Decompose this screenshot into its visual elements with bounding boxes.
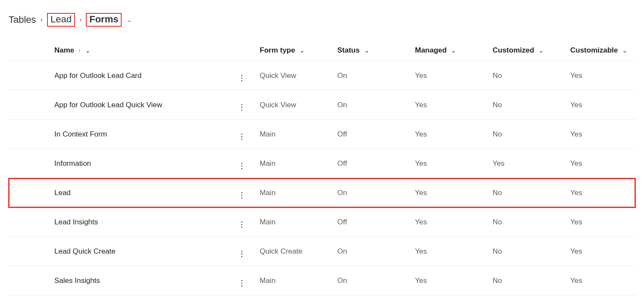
row-status: On [332, 61, 410, 90]
column-name[interactable]: Name ↑ ⌄ [43, 42, 229, 61]
row-menu-button[interactable] [229, 120, 254, 149]
more-vertical-icon [241, 192, 242, 199]
breadcrumb: Tables › Lead › Forms ⌄ [9, 13, 635, 27]
row-form-type: Main [254, 178, 332, 208]
row-menu-button[interactable] [229, 237, 254, 266]
column-form-type[interactable]: Form type ⌄ [254, 42, 332, 61]
row-expand-cell [9, 120, 43, 149]
row-managed: Yes [410, 90, 487, 120]
column-menu [229, 42, 254, 61]
row-name[interactable]: Lead Insights [43, 208, 229, 237]
more-vertical-icon [241, 221, 242, 228]
row-menu-button[interactable] [229, 208, 254, 237]
more-vertical-icon [241, 251, 242, 257]
row-form-type: Quick Create [254, 237, 332, 266]
row-status: On [332, 178, 410, 208]
row-form-type: Main [254, 208, 332, 237]
column-managed[interactable]: Managed ⌄ [410, 42, 487, 61]
table-row[interactable]: LeadMainOnYesNoYes [9, 178, 635, 208]
row-status: On [332, 237, 410, 266]
more-vertical-icon [241, 133, 242, 140]
row-form-type: Quick View [254, 61, 332, 90]
column-customizable[interactable]: Customizable ⌄ [565, 42, 635, 61]
row-customizable: Yes [565, 61, 635, 90]
row-customizable: Yes [565, 237, 635, 266]
row-customized: No [487, 120, 565, 149]
more-vertical-icon [241, 280, 242, 286]
row-managed: Yes [410, 149, 487, 178]
column-customized[interactable]: Customized ⌄ [487, 42, 565, 61]
row-customized: No [487, 178, 565, 208]
table-row[interactable]: App for Outlook Lead Quick ViewQuick Vie… [9, 90, 635, 120]
chevron-down-icon[interactable]: ⌄ [300, 47, 305, 54]
chevron-down-icon[interactable]: ⌄ [364, 47, 369, 54]
column-customizable-label: Customizable [570, 46, 618, 54]
row-name[interactable]: Lead Quick Create [43, 237, 229, 266]
row-name[interactable]: Information [43, 149, 229, 178]
table-row[interactable]: App for Outlook Lead CardQuick ViewOnYes… [9, 61, 635, 90]
row-status: Off [332, 120, 410, 149]
row-customized: No [487, 90, 565, 120]
chevron-down-icon[interactable]: ⌄ [127, 16, 132, 23]
arrow-up-icon: ↑ [78, 47, 81, 54]
breadcrumb-lead-highlight: Lead [47, 13, 75, 27]
table-row[interactable]: Sales InsightsMainOnYesNoYes [9, 266, 635, 295]
row-status: On [332, 266, 410, 295]
table-row[interactable]: In Context FormMainOffYesNoYes [9, 120, 635, 149]
column-managed-label: Managed [415, 46, 447, 54]
column-name-label: Name [54, 46, 74, 54]
breadcrumb-lead[interactable]: Lead [50, 14, 72, 25]
row-customizable: Yes [565, 266, 635, 295]
row-customized: No [487, 266, 565, 295]
row-customizable: Yes [565, 120, 635, 149]
breadcrumb-forms-highlight: Forms [86, 13, 122, 27]
row-menu-button[interactable] [229, 149, 254, 178]
table-row[interactable]: InformationMainOffYesYesYes [9, 149, 635, 178]
table-row[interactable]: Lead InsightsMainOffYesNoYes [9, 208, 635, 237]
chevron-down-icon[interactable]: ⌄ [622, 47, 627, 54]
chevron-down-icon[interactable]: ⌄ [539, 47, 543, 54]
row-managed: Yes [410, 178, 487, 208]
row-menu-button[interactable] [229, 266, 254, 295]
row-form-type: Main [254, 266, 332, 295]
row-menu-button[interactable] [229, 61, 254, 90]
row-expand-cell [9, 178, 43, 208]
row-customizable: Yes [565, 90, 635, 120]
row-customizable: Yes [565, 208, 635, 237]
row-managed: Yes [410, 61, 487, 90]
more-vertical-icon [241, 163, 242, 169]
chevron-down-icon[interactable]: ⌄ [85, 47, 90, 54]
row-expand-cell [9, 61, 43, 90]
row-customized: No [487, 61, 565, 90]
row-customizable: Yes [565, 149, 635, 178]
breadcrumb-tables[interactable]: Tables [9, 14, 36, 25]
row-name[interactable]: In Context Form [43, 120, 229, 149]
row-name[interactable]: Lead [43, 178, 229, 208]
row-name[interactable]: Sales Insights [43, 266, 229, 295]
row-status: On [332, 90, 410, 120]
row-name[interactable]: App for Outlook Lead Quick View [43, 90, 229, 120]
row-expand-cell [9, 208, 43, 237]
row-customized: Yes [487, 149, 565, 178]
row-customized: No [487, 237, 565, 266]
row-menu-button[interactable] [229, 178, 254, 208]
row-menu-button[interactable] [229, 90, 254, 120]
table-row[interactable]: Lead Quick CreateQuick CreateOnYesNoYes [9, 237, 635, 266]
column-expand [9, 42, 43, 61]
row-customizable: Yes [565, 178, 635, 208]
row-managed: Yes [410, 237, 487, 266]
row-expand-cell [9, 90, 43, 120]
row-expand-cell [9, 237, 43, 266]
row-form-type: Main [254, 149, 332, 178]
chevron-down-icon[interactable]: ⌄ [451, 47, 456, 54]
row-managed: Yes [410, 120, 487, 149]
column-form-type-label: Form type [260, 46, 295, 54]
column-status-label: Status [337, 46, 360, 54]
row-expand-cell [9, 266, 43, 295]
column-status[interactable]: Status ⌄ [332, 42, 410, 61]
row-managed: Yes [410, 266, 487, 295]
breadcrumb-forms[interactable]: Forms [89, 14, 118, 25]
row-status: Off [332, 149, 410, 178]
row-name[interactable]: App for Outlook Lead Card [43, 61, 229, 90]
chevron-right-icon: › [40, 16, 44, 24]
